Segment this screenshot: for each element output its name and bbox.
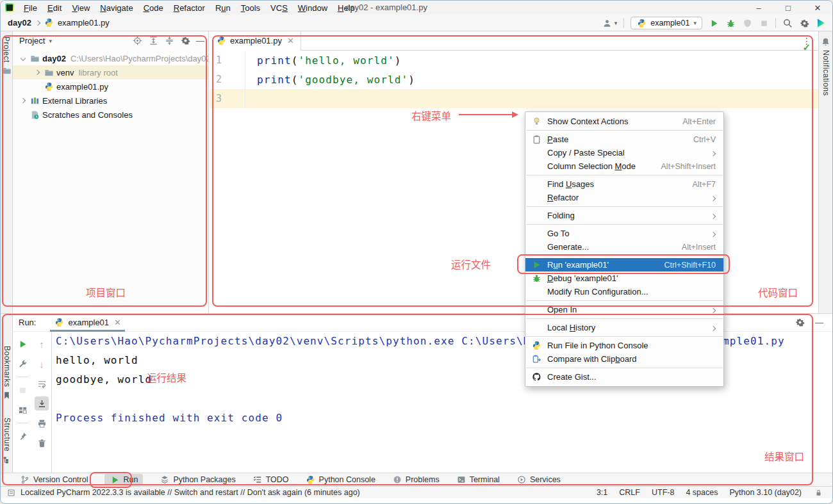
sidebar-item-notifications[interactable]: Notifications bbox=[821, 37, 831, 96]
readonly-lock-icon[interactable] bbox=[813, 487, 823, 498]
minimize-button[interactable]: – bbox=[744, 1, 773, 15]
run-configuration-select[interactable]: example01 ▾ bbox=[631, 17, 702, 29]
title-bar: FileEditViewNavigateCodeRefactorRunTools… bbox=[1, 1, 832, 15]
status-widget-python-3.10-day02-[interactable]: Python 3.10 (day02) bbox=[729, 488, 802, 497]
status-widget-4-spaces[interactable]: 4 spaces bbox=[686, 488, 718, 497]
menu-edit[interactable]: Edit bbox=[43, 2, 66, 14]
breadcrumb-file[interactable]: example01.py bbox=[44, 18, 110, 28]
annotation-run-file-label: 运行文件 bbox=[451, 257, 491, 271]
annotation-run-tool-button-box bbox=[90, 472, 132, 488]
annotation-run-window-box bbox=[2, 314, 813, 485]
menu-code[interactable]: Code bbox=[139, 2, 168, 14]
toolbar-separator bbox=[623, 18, 624, 28]
status-message[interactable]: Localized PyCharm 2022.3.3 is available … bbox=[1, 487, 360, 498]
bell-icon bbox=[821, 37, 831, 47]
status-widget-utf-8[interactable]: UTF-8 bbox=[652, 488, 674, 497]
breadcrumb-chevron-icon bbox=[35, 20, 40, 25]
menu-tools[interactable]: Tools bbox=[236, 2, 265, 14]
annotation-context-menu-label: 右键菜单 bbox=[411, 108, 451, 122]
main-toolbar: ▾ example01 ▾ bbox=[602, 15, 826, 31]
maximize-button[interactable]: □ bbox=[773, 1, 803, 15]
status-widgets: 3:1CRLFUTF-84 spacesPython 3.10 (day02) bbox=[597, 487, 832, 498]
search-everywhere-icon[interactable] bbox=[782, 18, 793, 28]
pycharm-window: FileEditViewNavigateCodeRefactorRunTools… bbox=[0, 0, 833, 504]
stop-button[interactable] bbox=[759, 18, 769, 28]
annotation-run-menu-item-box bbox=[517, 254, 730, 274]
annotation-code-window-label: 代码窗口 bbox=[758, 285, 798, 299]
status-widget-crlf[interactable]: CRLF bbox=[619, 488, 640, 497]
menu-window[interactable]: Window bbox=[293, 2, 332, 14]
breadcrumb: day02 example01.py bbox=[1, 18, 110, 28]
code-with-me-users-icon[interactable]: ▾ bbox=[602, 18, 618, 28]
pycharm-logo-icon[interactable] bbox=[5, 3, 14, 12]
settings-gear-icon[interactable] bbox=[799, 18, 809, 28]
annotation-arrow bbox=[459, 114, 513, 115]
event-log-icon[interactable] bbox=[6, 487, 16, 498]
menu-navigate[interactable]: Navigate bbox=[95, 2, 137, 14]
python-file-icon bbox=[44, 18, 54, 28]
annotation-result-window-label: 结果窗口 bbox=[764, 449, 804, 463]
status-widget-3-1[interactable]: 3:1 bbox=[597, 488, 607, 497]
hide-run-panel-icon[interactable]: — bbox=[815, 318, 823, 328]
run-configuration-name: example01 bbox=[650, 19, 689, 28]
coverage-button[interactable] bbox=[742, 18, 752, 28]
debug-button[interactable] bbox=[725, 18, 736, 28]
close-button[interactable]: ✕ bbox=[803, 1, 832, 15]
chevron-down-icon: ▾ bbox=[693, 20, 697, 26]
annotation-project-window-box bbox=[2, 35, 207, 307]
breadcrumb-project[interactable]: day02 bbox=[8, 18, 31, 28]
toolbar-separator bbox=[775, 18, 776, 28]
menu-refactor[interactable]: Refactor bbox=[169, 2, 210, 14]
annotation-project-window-label: 项目窗口 bbox=[86, 285, 126, 299]
menu-vcs[interactable]: VCS bbox=[266, 2, 292, 14]
navigation-bar: day02 example01.py ▾ example01 ▾ bbox=[1, 15, 832, 31]
menu-bar: FileEditViewNavigateCodeRefactorRunTools… bbox=[19, 2, 359, 14]
python-icon bbox=[636, 18, 647, 28]
learn-plugin-icon[interactable] bbox=[816, 18, 826, 28]
window-controls: – □ ✕ bbox=[744, 1, 832, 15]
annotation-run-result-label: 运行结果 bbox=[147, 370, 186, 384]
right-tool-stripe: Notifications bbox=[818, 31, 832, 313]
window-title: day02 - example01.py bbox=[345, 3, 427, 12]
menu-run[interactable]: Run bbox=[211, 2, 235, 14]
run-button[interactable] bbox=[709, 18, 719, 28]
menu-file[interactable]: File bbox=[19, 2, 42, 14]
menu-view[interactable]: View bbox=[67, 2, 94, 14]
